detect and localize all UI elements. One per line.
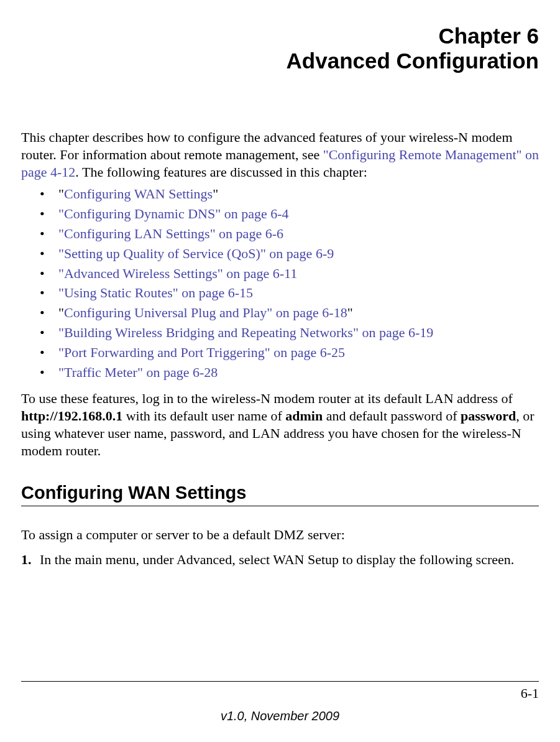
list-item: "Configuring LAN Settings" on page 6-6 — [21, 224, 539, 244]
login-username: admin — [285, 408, 323, 424]
login-url: http://192.168.0.1 — [21, 408, 122, 424]
heading-divider — [21, 506, 539, 506]
chapter-title: Advanced Configuration — [21, 49, 539, 73]
numbered-list: 1. In the main menu, under Advanced, sel… — [21, 551, 539, 568]
list-item: "Configuring WAN Settings" — [21, 184, 539, 204]
page-footer: 6-1 v1.0, November 2009 — [21, 681, 539, 723]
bullet-prefix: " — [58, 186, 64, 202]
link-port-forwarding[interactable]: "Port Forwarding and Port Triggering" on… — [58, 345, 345, 360]
page-number: 6-1 — [21, 685, 539, 702]
login-text-2: with its default user name of — [122, 408, 285, 424]
footer-divider — [21, 681, 539, 682]
link-bridging[interactable]: "Building Wireless Bridging and Repeatin… — [58, 325, 433, 340]
link-upnp[interactable]: Configuring Universal Plug and Play" on … — [64, 305, 347, 320]
list-item: "Configuring Universal Plug and Play" on… — [21, 303, 539, 323]
link-qos[interactable]: "Setting up Quality of Service (QoS)" on… — [58, 246, 334, 261]
topic-list: "Configuring WAN Settings" "Configuring … — [21, 184, 539, 383]
step-item: 1. In the main menu, under Advanced, sel… — [21, 551, 539, 568]
section-intro: To assign a computer or server to be a d… — [21, 526, 539, 544]
chapter-number: Chapter 6 — [21, 24, 539, 49]
list-item: "Traffic Meter" on page 6-28 — [21, 363, 539, 383]
login-paragraph: To use these features, log in to the wir… — [21, 390, 539, 460]
link-adv-wireless[interactable]: "Advanced Wireless Settings" on page 6-1… — [58, 266, 297, 281]
step-number: 1. — [21, 551, 40, 568]
link-lan-settings[interactable]: "Configuring LAN Settings" on page 6-6 — [58, 226, 283, 241]
login-text-3: and default password of — [323, 408, 461, 424]
list-item: "Setting up Quality of Service (QoS)" on… — [21, 244, 539, 264]
step-text: In the main menu, under Advanced, select… — [40, 551, 514, 568]
intro-text-2: . The following features are discussed i… — [75, 164, 367, 180]
bullet-prefix: " — [58, 305, 64, 320]
link-wan-settings[interactable]: Configuring WAN Settings — [64, 186, 213, 202]
list-item: "Building Wireless Bridging and Repeatin… — [21, 323, 539, 343]
chapter-header: Chapter 6 Advanced Configuration — [21, 24, 539, 74]
list-item: "Port Forwarding and Port Triggering" on… — [21, 343, 539, 363]
link-traffic-meter[interactable]: "Traffic Meter" on page 6-28 — [58, 364, 218, 380]
list-item: "Using Static Routes" on page 6-15 — [21, 283, 539, 303]
bullet-suffix: " — [347, 305, 353, 320]
list-item: "Advanced Wireless Settings" on page 6-1… — [21, 264, 539, 284]
login-text-1: To use these features, log in to the wir… — [21, 391, 513, 406]
link-static-routes[interactable]: "Using Static Routes" on page 6-15 — [58, 285, 253, 300]
login-password: password — [461, 408, 516, 424]
link-dynamic-dns[interactable]: "Configuring Dynamic DNS" on page 6-4 — [58, 206, 289, 221]
version-text: v1.0, November 2009 — [21, 709, 539, 723]
list-item: "Configuring Dynamic DNS" on page 6-4 — [21, 204, 539, 224]
section-heading-wan: Configuring WAN Settings — [21, 483, 539, 503]
intro-paragraph: This chapter describes how to configure … — [21, 129, 539, 181]
bullet-suffix: " — [213, 186, 218, 202]
